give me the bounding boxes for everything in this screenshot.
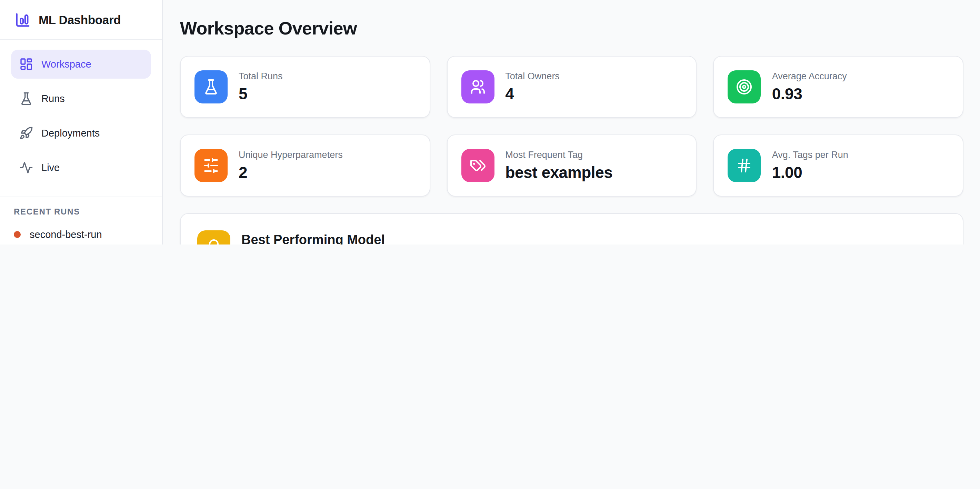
- award-icon: [205, 239, 222, 244]
- sidebar-nav: WorkspaceRunsDeploymentsLive: [0, 40, 162, 188]
- sidebar-item-label: Deployments: [41, 127, 100, 139]
- sidebar-item-label: Live: [41, 162, 60, 173]
- flask-icon: [203, 79, 219, 95]
- app-logo-row: ML Dashboard: [0, 0, 162, 40]
- best-model-header: Best Performing Model best-full-data: [197, 230, 946, 244]
- stat-card: Average Accuracy0.93: [713, 56, 963, 118]
- best-model-titles: Best Performing Model best-full-data: [241, 233, 385, 244]
- run-color-dot-icon: [14, 231, 21, 238]
- sidebar-item-label: Runs: [41, 93, 65, 104]
- bar-chart-logo-icon: [14, 11, 32, 29]
- main-content: Workspace Overview Total Runs5Total Owne…: [163, 0, 980, 244]
- stat-label: Average Accuracy: [772, 71, 847, 81]
- stat-label: Avg. Tags per Run: [772, 149, 848, 160]
- stat-label: Total Runs: [239, 71, 283, 81]
- stat-value: best examples: [505, 163, 612, 182]
- stat-value: 1.00: [772, 163, 848, 182]
- stat-value: 4: [505, 84, 560, 103]
- recent-runs-section: RECENT RUNS second-best-runbest-20-datae…: [0, 197, 162, 244]
- stat-card: Total Runs5: [180, 56, 430, 118]
- app-title: ML Dashboard: [39, 13, 121, 27]
- recent-runs-header: RECENT RUNS: [0, 197, 162, 221]
- sidebar-item-runs[interactable]: Runs: [11, 84, 151, 113]
- stat-value: 2: [239, 163, 343, 182]
- stat-card: Total Owners4: [447, 56, 697, 118]
- ml-dashboard-app: ML Dashboard WorkspaceRunsDeploymentsLiv…: [0, 0, 980, 244]
- sliders-icon: [203, 157, 219, 174]
- activity-icon: [19, 161, 33, 175]
- dashboard-icon: [19, 57, 33, 71]
- users-icon: [469, 79, 486, 95]
- sidebar: ML Dashboard WorkspaceRunsDeploymentsLiv…: [0, 0, 163, 244]
- hash-icon: [736, 157, 753, 174]
- best-model-card: Best Performing Model best-full-data Acc…: [180, 213, 963, 244]
- stat-card: Most Frequent Tagbest examples: [447, 134, 697, 197]
- run-name: second-best-run: [30, 229, 102, 240]
- flask-icon: [19, 92, 33, 105]
- stat-label: Total Owners: [505, 71, 560, 81]
- sidebar-item-workspace[interactable]: Workspace: [11, 49, 151, 79]
- rocket-icon: [19, 126, 33, 140]
- page-title: Workspace Overview: [180, 18, 963, 39]
- stat-label: Most Frequent Tag: [505, 149, 612, 160]
- best-model-title: Best Performing Model: [241, 233, 385, 244]
- stat-value: 5: [239, 84, 283, 103]
- tags-icon: [469, 157, 486, 174]
- target-icon: [736, 79, 753, 95]
- recent-runs-list: second-best-runbest-20-dataefficient-sha…: [0, 221, 162, 244]
- stats-grid: Total Runs5Total Owners4Average Accuracy…: [180, 56, 963, 197]
- recent-run-item[interactable]: second-best-run: [0, 221, 162, 244]
- sidebar-item-deployments[interactable]: Deployments: [11, 119, 151, 148]
- stat-value: 0.93: [772, 84, 847, 103]
- award-icon: [197, 230, 230, 244]
- sidebar-item-label: Workspace: [41, 59, 91, 70]
- sidebar-item-live[interactable]: Live: [11, 153, 151, 182]
- stat-card: Avg. Tags per Run1.00: [713, 134, 963, 197]
- stat-card: Unique Hyperparameters2: [180, 134, 430, 197]
- stat-label: Unique Hyperparameters: [239, 149, 343, 160]
